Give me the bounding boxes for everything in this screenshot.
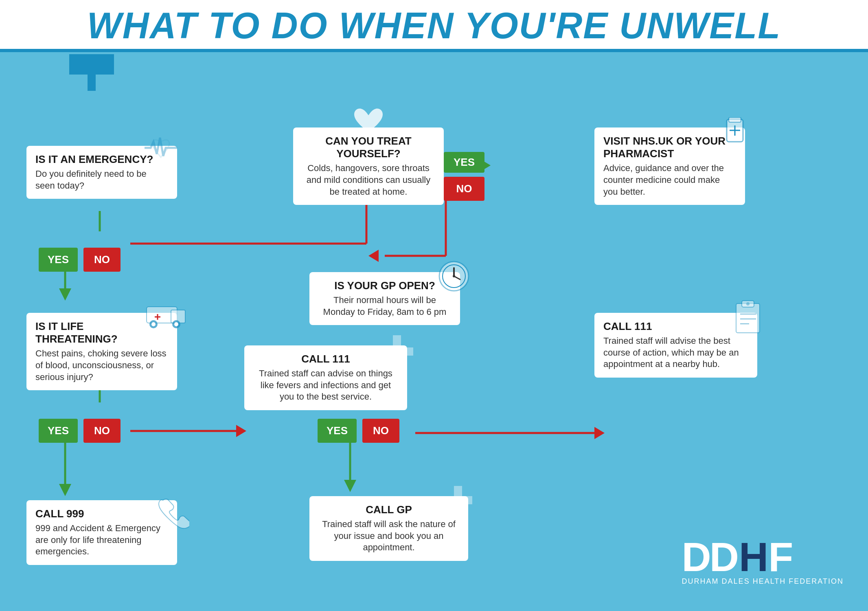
- svg-rect-41: [736, 303, 760, 333]
- call111right-text: Trained staff will advise the best cours…: [603, 335, 748, 370]
- pair-emergency: YES NO: [39, 248, 121, 272]
- pair-treat: YES NO: [444, 152, 484, 201]
- svg-rect-23: [729, 117, 741, 122]
- medicine-icon: [721, 117, 749, 152]
- pair-life: YES NO: [39, 419, 121, 443]
- emergency-text: Do you definitely need to be seen today?: [35, 168, 168, 191]
- gp-open-text: Their normal hours will be Monday to Fri…: [318, 295, 451, 318]
- svg-rect-35: [381, 347, 413, 356]
- svg-point-40: [453, 275, 455, 277]
- box-emergency: IS IT AN EMERGENCY? Do you definitely ne…: [26, 146, 177, 199]
- treat-yes-btn[interactable]: YES: [444, 152, 484, 173]
- call999-title: CALL 999: [35, 508, 168, 520]
- svg-marker-14: [59, 484, 71, 496]
- pair-gp: YES NO: [318, 419, 399, 443]
- life-yes-btn[interactable]: YES: [39, 419, 78, 443]
- svg-marker-3: [59, 288, 71, 301]
- callgp-text: Trained staff will ask the nature of you…: [318, 519, 459, 554]
- emergency-yes-btn[interactable]: YES: [39, 248, 78, 272]
- call999-text: 999 and Accident & Emergency are only fo…: [35, 523, 168, 558]
- call111mid-title: CALL 111: [253, 353, 398, 365]
- logo-subtitle: DURHAM DALES HEALTH FEDERATION: [682, 577, 844, 586]
- treat-text: Colds, hangovers, sore throats and mild …: [302, 163, 435, 198]
- call111right-title: CALL 111: [603, 320, 748, 333]
- nhs-text: Advice, guidance and over the counter me…: [603, 163, 736, 198]
- life-text: Chest pains, choking severe loss of bloo…: [35, 348, 168, 383]
- logo: DD H F: [682, 536, 844, 577]
- clipboard-icon: [733, 299, 763, 337]
- heart-icon: [352, 107, 385, 137]
- header: WHAT TO DO WHEN YOU'RE UNWELL: [0, 0, 868, 52]
- svg-point-43: [746, 302, 750, 306]
- page-title: WHAT TO DO WHEN YOU'RE UNWELL: [16, 7, 852, 44]
- cross-icon-gp: [442, 484, 474, 518]
- gp-open-title: IS YOUR GP OPEN?: [318, 279, 451, 292]
- logo-area: DD H F DURHAM DALES HEALTH FEDERATION: [682, 536, 844, 586]
- cross-icon-mid: [379, 333, 415, 371]
- nhs-title: VISIT NHS.UK OR YOUR PHARMACIST: [603, 135, 736, 160]
- emergency-no-btn[interactable]: NO: [83, 248, 121, 272]
- gp-yes-btn[interactable]: YES: [318, 419, 357, 443]
- svg-point-29: [151, 322, 156, 326]
- svg-marker-21: [594, 427, 605, 439]
- life-no-btn[interactable]: NO: [83, 419, 121, 443]
- top-arrow-icon: [69, 54, 114, 92]
- call111mid-text: Trained staff can advise on things like …: [253, 368, 398, 403]
- box-nhs: VISIT NHS.UK OR YOUR PHARMACIST Advice, …: [594, 127, 745, 205]
- svg-marker-19: [344, 480, 356, 492]
- box-call-gp: CALL GP Trained staff will ask the natur…: [309, 496, 468, 561]
- ambulance-icon: [145, 299, 189, 331]
- main-content: IS IT AN EMERGENCY? Do you definitely ne…: [0, 52, 868, 598]
- logo-h: H: [739, 536, 767, 577]
- box-treat: CAN YOU TREAT YOURSELF? Colds, hangovers…: [293, 127, 444, 205]
- box-call111-right: CALL 111 Trained staff will advise the b…: [594, 313, 757, 378]
- svg-marker-0: [69, 54, 114, 91]
- phone-icon: [155, 496, 189, 534]
- callgp-title: CALL GP: [318, 503, 459, 516]
- box-call999: CALL 999 999 and Accident & Emergency ar…: [26, 500, 177, 565]
- gp-no-btn[interactable]: NO: [362, 419, 399, 443]
- svg-rect-48: [444, 496, 472, 504]
- clock-icon: [438, 260, 470, 294]
- page-wrapper: WHAT TO DO WHEN YOU'RE UNWELL: [0, 0, 868, 611]
- box-gp-open: IS YOUR GP OPEN? Their normal hours will…: [309, 272, 460, 325]
- svg-point-31: [174, 322, 178, 326]
- treat-title: CAN YOU TREAT YOURSELF?: [302, 135, 435, 160]
- svg-marker-16: [236, 425, 246, 437]
- box-life: IS IT LIFE THREATENING? Chest pains, cho…: [26, 313, 177, 390]
- heartbeat-icon: [140, 134, 181, 164]
- logo-dd: DD: [682, 536, 737, 577]
- svg-marker-11: [368, 250, 379, 262]
- treat-no-btn[interactable]: NO: [444, 177, 484, 201]
- box-call111-mid: CALL 111 Trained staff can advise on thi…: [244, 345, 407, 410]
- logo-f: F: [768, 536, 791, 577]
